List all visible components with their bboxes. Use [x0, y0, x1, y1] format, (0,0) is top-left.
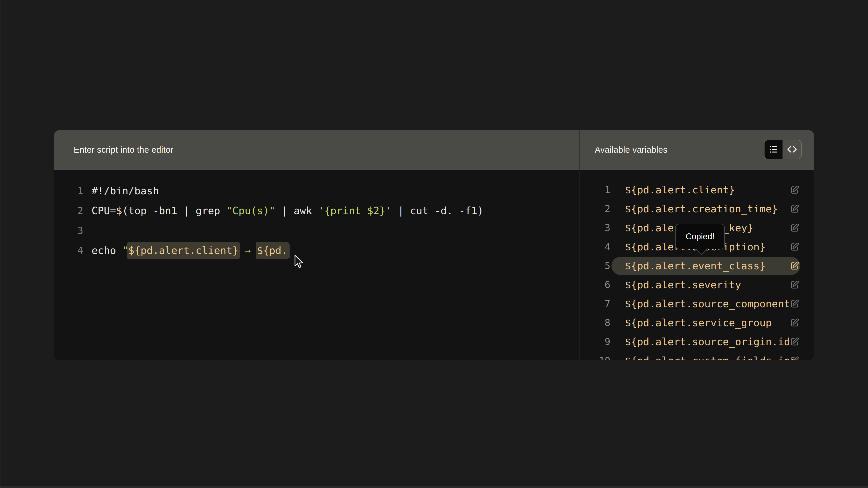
variable-number: 8	[580, 313, 610, 332]
copied-tooltip-text: Copied!	[686, 232, 715, 241]
line-number: 2	[54, 201, 83, 221]
code-icon	[787, 144, 797, 155]
line-number: 1	[54, 181, 83, 201]
view-toggle	[764, 140, 802, 159]
line-number: 3	[54, 221, 83, 240]
bottom-strip	[0, 486, 868, 488]
variable-row[interactable]: 2 ${pd.alert.creation_time}	[580, 199, 814, 219]
edit-icon[interactable]	[790, 299, 799, 308]
variable-number: 10	[580, 351, 610, 360]
code-line[interactable]: 2 CPU=$(top -bn1 | grep "Cpu(s)" | awk '…	[54, 201, 579, 221]
variable-row[interactable]: 8 ${pd.alert.service_group	[580, 313, 814, 332]
variable-number: 2	[580, 199, 610, 219]
page-background: { "colors": { "page_bg": "#1c1c1c", "car…	[0, 0, 868, 488]
code-line[interactable]: 3	[54, 221, 579, 240]
script-editor[interactable]: 1 #!/bin/bash 2 CPU=$(top -bn1 | grep "C…	[54, 170, 579, 360]
variable-row[interactable]: 7 ${pd.alert.source_component	[580, 294, 814, 313]
variable-row[interactable]: 10 ${pd.alert.custom_fields.inc	[580, 351, 814, 360]
variable-row[interactable]: 6 ${pd.alert.severity	[580, 275, 814, 294]
edit-icon[interactable]	[790, 337, 799, 347]
code-segment-string: "Cpu(s)"	[226, 205, 275, 217]
list-icon	[769, 144, 778, 155]
variable-number: 3	[580, 219, 610, 237]
copied-tooltip: Copied!	[675, 224, 725, 249]
code-segment-plain	[239, 245, 245, 256]
variable-row[interactable]: 9 ${pd.alert.source_origin.id	[580, 332, 814, 351]
variables-panel-header: Available variables	[580, 130, 814, 170]
window-left-edge	[0, 0, 0, 488]
line-number: 4	[54, 240, 83, 260]
code-segment-variable: ${pd.	[256, 242, 289, 259]
variable-row[interactable]: 1 ${pd.alert.client}	[580, 181, 814, 199]
variable-number: 7	[580, 294, 610, 313]
code-text: CPU=$(top -bn1 | grep "Cpu(s)" | awk '{p…	[92, 201, 484, 221]
code-segment-plain: CPU=$(top -bn1 | grep	[92, 205, 226, 217]
code-segment-string: '{print $2}'	[318, 205, 392, 217]
code-segment-plain: | cut -d. -f1)	[392, 205, 484, 217]
variable-name: ${pd.alert.service_group	[625, 313, 772, 332]
editor-panel-title: Enter script into the editor	[74, 145, 174, 155]
edit-icon[interactable]	[790, 242, 799, 252]
list-view-button[interactable]	[765, 140, 782, 159]
edit-icon[interactable]	[790, 185, 799, 195]
variable-number: 1	[580, 181, 610, 199]
code-segment-variable: ${pd.alert.client}	[127, 242, 240, 259]
code-segment-plain: | awk	[275, 205, 318, 217]
variable-number: 4	[580, 237, 610, 256]
variable-name: ${pd.alert.source_origin.id	[625, 332, 790, 351]
code-segment-arrow: →	[245, 245, 251, 256]
code-segment-plain: #!/bin/bash	[92, 185, 159, 197]
variable-number: 9	[580, 332, 610, 351]
editor-panel-header: Enter script into the editor	[54, 130, 579, 170]
variable-name: ${pd.alert.creation_time}	[625, 199, 778, 219]
mouse-cursor	[292, 254, 305, 269]
code-text: echo "${pd.alert.client} → ${pd.	[92, 240, 287, 260]
variables-panel-title: Available variables	[595, 145, 668, 155]
variable-number: 6	[580, 275, 610, 294]
variable-name: ${pd.alert.event_class}	[625, 256, 766, 275]
edit-icon[interactable]	[790, 356, 799, 360]
edit-icon[interactable]	[790, 261, 799, 271]
edit-icon[interactable]	[790, 318, 799, 328]
code-line[interactable]: 4 echo "${pd.alert.client} → ${pd.	[54, 240, 579, 260]
variable-name: ${pd.alert.custom_fields.inc	[625, 351, 796, 360]
edit-icon[interactable]	[790, 204, 799, 214]
variable-number: 5	[580, 256, 610, 275]
code-segment-plain: echo	[92, 245, 122, 256]
code-text: #!/bin/bash	[92, 181, 159, 201]
edit-icon[interactable]	[790, 223, 799, 233]
variable-name: ${pd.alert.source_component	[625, 294, 790, 313]
edit-icon[interactable]	[790, 280, 799, 290]
code-view-button[interactable]	[782, 140, 801, 159]
variable-name: ${pd.alert.client}	[625, 181, 735, 199]
variable-name: ${pd.alert.severity	[625, 275, 741, 294]
code-line[interactable]: 1 #!/bin/bash	[54, 181, 579, 201]
variable-row[interactable]: 5 ${pd.alert.event_class}	[580, 256, 814, 275]
variables-list: 1 ${pd.alert.client} 2 ${pd.alert.creati…	[580, 170, 814, 360]
text-caret	[289, 245, 290, 258]
